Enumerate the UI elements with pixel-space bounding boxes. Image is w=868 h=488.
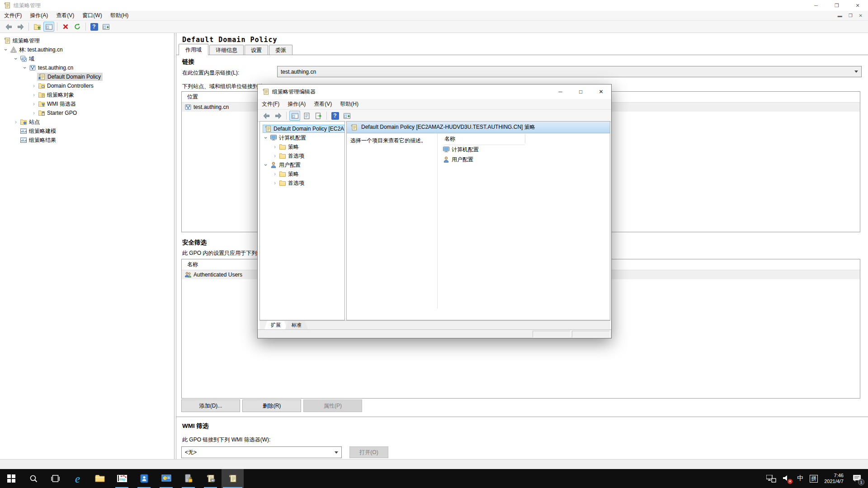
help-icon[interactable]: ? <box>330 111 340 121</box>
refresh-icon[interactable] <box>72 22 83 32</box>
forward-icon[interactable] <box>15 22 26 32</box>
tab-extended[interactable]: 扩展 <box>264 321 288 330</box>
task-view-button[interactable] <box>44 469 66 488</box>
menu-view[interactable]: 查看(V) <box>52 10 78 21</box>
properties-icon[interactable] <box>301 111 312 121</box>
menu-file[interactable]: 文件(F) <box>258 99 283 109</box>
list-item-computer-config[interactable]: 计算机配置 <box>442 145 479 154</box>
show-console-tree-icon[interactable] <box>43 22 54 32</box>
column-label: 名称 <box>187 261 198 268</box>
tree-item-default-domain-policy[interactable]: Default Domain Policy <box>0 72 174 81</box>
ime-language-indicator[interactable]: 中 <box>797 474 803 483</box>
forward-icon[interactable] <box>273 111 283 121</box>
tree-item-gpo-objects[interactable]: › 组策略对象 <box>0 90 174 99</box>
export-list-icon[interactable] <box>100 22 111 32</box>
tree-item-preferences[interactable]: › 首选项 <box>260 178 344 188</box>
chevron-down-icon[interactable]: › <box>22 65 28 71</box>
tree-item-gp-modeling[interactable]: 组策略建模 <box>0 127 174 136</box>
menu-file[interactable]: 文件(F) <box>0 10 26 21</box>
tree-item-starter-gpo[interactable]: › Starter GPO <box>0 108 174 117</box>
search-button[interactable] <box>22 469 44 488</box>
mdi-close-button[interactable]: ✕ <box>859 13 863 18</box>
tree-item-gpo-root[interactable]: Default Domain Policy [EC2A <box>260 124 344 133</box>
admin-console-button[interactable] <box>155 469 177 488</box>
menu-help[interactable]: 帮助(H) <box>336 99 363 109</box>
dialog-maximize-button[interactable]: □ <box>571 85 591 99</box>
menu-help[interactable]: 帮助(H) <box>106 10 133 21</box>
dialog-close-button[interactable]: ✕ <box>591 85 611 99</box>
export-icon[interactable] <box>313 111 324 121</box>
menu-window[interactable]: 窗口(W) <box>78 10 106 21</box>
file-explorer-button[interactable] <box>89 469 111 488</box>
chevron-right-icon[interactable]: › <box>31 101 37 107</box>
remove-button[interactable]: 删除(R) <box>242 399 301 412</box>
add-button[interactable]: 添加(D)... <box>181 399 240 412</box>
ldp-tool-button[interactable]: dap <box>111 469 133 488</box>
minimize-button[interactable]: ─ <box>806 0 826 11</box>
name-column-header[interactable]: 名称 <box>444 135 525 145</box>
chevron-right-icon[interactable]: › <box>31 110 37 116</box>
tab-delegation[interactable]: 委派 <box>269 45 292 55</box>
ad-server-button[interactable] <box>177 469 199 488</box>
delete-icon[interactable] <box>60 22 71 32</box>
chevron-right-icon[interactable]: › <box>31 83 37 89</box>
tab-standard[interactable]: 标准 <box>285 321 308 330</box>
menu-action[interactable]: 操作(A) <box>283 99 310 109</box>
chevron-right-icon[interactable]: › <box>272 153 278 159</box>
network-icon[interactable] <box>766 475 776 483</box>
tree-item-root[interactable]: 组策略管理 <box>0 36 174 45</box>
gp-management-button[interactable] <box>222 469 244 488</box>
tree-item-policies[interactable]: › 策略 <box>260 142 344 151</box>
tree-item-policies[interactable]: › 策略 <box>260 169 344 178</box>
selected-tree-item[interactable]: Default Domain Policy [EC2A <box>263 125 345 133</box>
ime-shape-indicator[interactable]: 拼 <box>810 475 818 483</box>
help-icon[interactable]: ? <box>89 22 99 32</box>
chevron-right-icon[interactable]: › <box>13 119 19 125</box>
chevron-right-icon[interactable]: › <box>31 92 37 98</box>
standard-pane-icon[interactable] <box>341 111 352 121</box>
chevron-right-icon[interactable]: › <box>272 144 278 150</box>
menu-action[interactable]: 操作(A) <box>26 10 52 21</box>
display-links-combobox[interactable]: test.authing.cn <box>277 66 862 77</box>
chevron-right-icon[interactable]: › <box>272 180 278 186</box>
tree-item-forest[interactable]: › 林: test.authing.cn <box>0 45 174 54</box>
show-console-tree-icon[interactable] <box>289 111 300 121</box>
mdi-restore-button[interactable]: ❐ <box>849 13 853 18</box>
chevron-down-icon[interactable]: › <box>263 162 269 168</box>
chevron-right-icon[interactable]: › <box>272 171 278 177</box>
tree-item-domain-controllers[interactable]: › Domain Controllers <box>0 81 174 90</box>
volume-muted-icon[interactable]: ✕ <box>783 474 791 483</box>
tree-item-computer-config[interactable]: › 计算机配置 <box>260 133 344 142</box>
tab-details[interactable]: 详细信息 <box>209 45 244 55</box>
up-folder-icon[interactable] <box>32 22 42 32</box>
tree-item-gp-results[interactable]: 组策略结果 <box>0 136 174 145</box>
close-button[interactable]: ✕ <box>847 0 868 11</box>
chevron-down-icon[interactable]: › <box>263 135 269 141</box>
menu-view[interactable]: 查看(V) <box>310 99 336 109</box>
tree-item-wmi-filters[interactable]: › WMI 筛选器 <box>0 99 174 108</box>
internet-explorer-button[interactable]: e <box>66 469 89 488</box>
notification-center-button[interactable]: 1 <box>853 474 862 483</box>
dialog-minimize-button[interactable]: ─ <box>550 85 571 99</box>
gpo-pane-header[interactable]: Default Domain Policy [EC2AMAZ-HUDVD3U.T… <box>347 122 610 133</box>
tree-item-domain[interactable]: › test.authing.cn <box>0 63 174 72</box>
back-icon[interactable] <box>3 22 14 32</box>
mdi-minimize-button[interactable]: ▬ <box>838 13 842 18</box>
restore-button[interactable]: ❐ <box>826 0 847 11</box>
selected-tree-item[interactable]: Default Domain Policy <box>37 73 103 81</box>
gp-object-editor-button[interactable] <box>199 469 222 488</box>
tab-scope[interactable]: 作用域 <box>179 44 208 55</box>
list-item-user-config[interactable]: 用户配置 <box>442 155 473 164</box>
chevron-down-icon[interactable]: › <box>3 47 9 53</box>
tree-item-preferences[interactable]: › 首选项 <box>260 151 344 160</box>
start-button[interactable] <box>0 469 22 488</box>
chevron-down-icon[interactable]: › <box>13 56 19 62</box>
tree-item-domains[interactable]: › 域 <box>0 54 174 63</box>
back-icon[interactable] <box>261 111 272 121</box>
wmi-filter-combobox[interactable]: <无> <box>181 446 342 458</box>
address-book-button[interactable] <box>133 469 155 488</box>
clock[interactable]: 7:46 2021/4/7 <box>824 473 844 484</box>
tab-settings[interactable]: 设置 <box>245 45 268 55</box>
tree-item-sites[interactable]: › 站点 <box>0 117 174 127</box>
tree-item-user-config[interactable]: › 用户配置 <box>260 160 344 169</box>
